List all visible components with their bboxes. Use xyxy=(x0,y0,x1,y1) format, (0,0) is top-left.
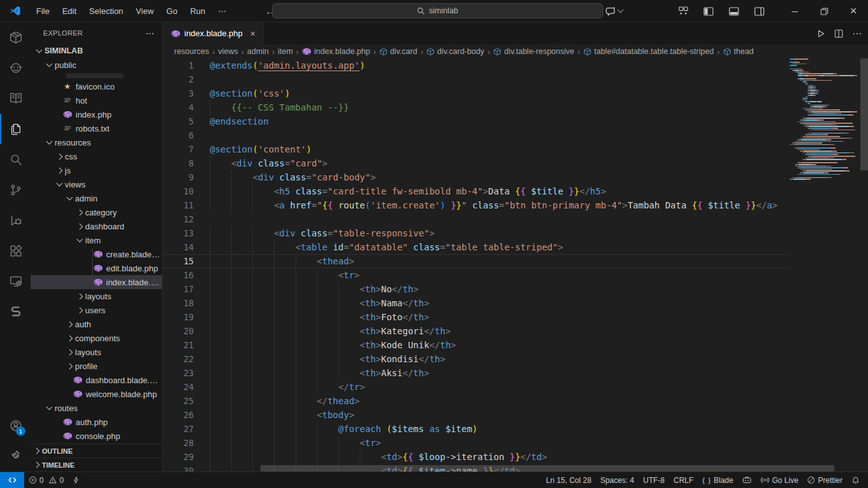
remote-explorer-icon[interactable] xyxy=(0,266,31,297)
vertical-scrollbar[interactable] xyxy=(860,58,868,471)
status-notifications[interactable] xyxy=(847,472,864,488)
tree-folder-public[interactable]: public xyxy=(31,58,162,72)
code-line-7[interactable]: 7@section('content') xyxy=(163,142,789,156)
code-line-5[interactable]: 5@endsection xyxy=(163,114,789,128)
tree-file-favicon-ico[interactable]: ★favicon.ico xyxy=(31,79,162,93)
tree-file-create-blade-php[interactable]: create.blade.php xyxy=(31,247,162,261)
code-line-27[interactable]: 27 @foreach ($items as $item) xyxy=(163,422,789,436)
code-line-26[interactable]: 26 <tbody> xyxy=(163,408,789,422)
run-and-debug-icon[interactable] xyxy=(0,205,31,236)
outline-section-header[interactable]: OUTLINE xyxy=(31,444,162,458)
tree-folder-siminlab[interactable]: SIMINLAB xyxy=(31,44,162,58)
line-number[interactable]: 15 xyxy=(163,256,194,266)
line-number[interactable]: 24 xyxy=(163,382,194,392)
status-cursor-position[interactable]: Ln 15, Col 28 xyxy=(541,472,595,488)
monkey-face-icon[interactable] xyxy=(0,53,31,83)
more-actions-icon[interactable]: ⋯ xyxy=(852,28,862,39)
run-file-icon[interactable] xyxy=(817,29,825,38)
package-icon[interactable] xyxy=(0,22,31,53)
tree-folder-resources[interactable]: resources xyxy=(31,135,162,149)
command-center-search[interactable]: siminlab xyxy=(272,3,603,18)
menu-run[interactable]: Run xyxy=(184,4,211,18)
menu-file[interactable]: File xyxy=(31,4,55,18)
code-line-25[interactable]: 25 </thead> xyxy=(163,394,789,408)
breadcrumb-item[interactable]: div.card xyxy=(379,47,417,56)
code-line-10[interactable]: 10 <h5 class="card-title fw-semibold mb-… xyxy=(163,184,789,198)
book-reader-icon[interactable] xyxy=(0,83,31,114)
problems-indicator[interactable]: 0 0 xyxy=(24,472,68,488)
tree-file-index-blade-php[interactable]: index.blade.php xyxy=(31,275,162,289)
zap-indicator[interactable] xyxy=(68,472,85,488)
breadcrumb-item[interactable]: views xyxy=(218,47,238,56)
settings-gear-icon[interactable] xyxy=(0,441,31,471)
customize-layout-icon[interactable] xyxy=(674,3,693,20)
minimize-button[interactable]: ─ xyxy=(780,0,810,22)
breadcrumb-item[interactable]: table#datatable.table.table-striped xyxy=(583,47,714,56)
code-line-12[interactable]: 12 xyxy=(163,212,789,226)
code-line-22[interactable]: 22 <th>Kondisi</th> xyxy=(163,352,789,366)
tree-folder-category[interactable]: category xyxy=(31,205,162,219)
tree-row-clipped[interactable] xyxy=(31,72,162,79)
code-line-17[interactable]: 17 <th>No</th> xyxy=(163,282,789,296)
line-number[interactable]: 14 xyxy=(163,242,194,252)
code-editor[interactable]: 1@extends('admin.layouts.app')23@section… xyxy=(163,58,868,471)
code-line-15[interactable]: 15 <thead> xyxy=(163,254,789,268)
line-number[interactable]: 11 xyxy=(163,200,194,210)
line-number[interactable]: 5 xyxy=(163,116,194,126)
menu-selection[interactable]: Selection xyxy=(83,4,128,18)
tree-file-console-php[interactable]: console.php xyxy=(31,429,162,443)
close-button[interactable]: × xyxy=(839,0,868,22)
code-line-4[interactable]: 4 {{-- CSS Tambahan --}} xyxy=(163,100,789,114)
tree-folder-css[interactable]: css xyxy=(31,149,162,163)
files-explorer-icon[interactable] xyxy=(0,114,31,144)
toggle-panel-icon[interactable] xyxy=(724,3,743,20)
tree-file-hot[interactable]: hot xyxy=(31,93,162,107)
tree-folder-js[interactable]: js xyxy=(31,163,162,177)
tree-folder-profile[interactable]: profile xyxy=(31,359,162,373)
line-number[interactable]: 19 xyxy=(163,312,194,322)
restore-button[interactable] xyxy=(810,0,839,22)
status-prettier[interactable]: Prettier xyxy=(803,472,847,488)
breadcrumb-item[interactable]: resources xyxy=(174,47,209,56)
line-number[interactable]: 9 xyxy=(163,172,194,182)
line-number[interactable]: 28 xyxy=(163,438,194,448)
line-number[interactable]: 4 xyxy=(163,102,194,112)
line-number[interactable]: 2 xyxy=(163,74,194,85)
code-line-28[interactable]: 28 <tr> xyxy=(163,436,789,450)
search-icon[interactable] xyxy=(0,144,31,175)
code-line-21[interactable]: 21 <th>Kode Unik</th> xyxy=(163,338,789,352)
line-number[interactable]: 27 xyxy=(163,424,194,434)
tree-file-index-php[interactable]: index.php xyxy=(31,107,162,121)
line-number[interactable]: 22 xyxy=(163,354,194,364)
line-number[interactable]: 29 xyxy=(163,452,194,462)
line-number[interactable]: 3 xyxy=(163,88,194,98)
tree-folder-admin[interactable]: admin xyxy=(31,191,162,205)
code-line-9[interactable]: 9 <div class="card-body"> xyxy=(163,170,789,184)
line-number[interactable]: 26 xyxy=(163,410,194,420)
line-number[interactable]: 17 xyxy=(163,284,194,294)
code-line-29[interactable]: 29 <td>{{ $loop->iteration }}</td> xyxy=(163,450,789,464)
tree-file-robots-txt[interactable]: robots.txt xyxy=(31,121,162,135)
status-eol[interactable]: CRLF xyxy=(669,472,698,488)
menu-[interactable]: ⋯ xyxy=(212,4,232,18)
status-indentation[interactable]: Spaces: 4 xyxy=(596,472,639,488)
line-number[interactable]: 25 xyxy=(163,396,194,406)
tree-file-edit-blade-php[interactable]: edit.blade.php xyxy=(31,261,162,275)
line-number[interactable]: 23 xyxy=(163,368,194,378)
code-line-24[interactable]: 24 </tr> xyxy=(163,380,789,394)
line-number[interactable]: 12 xyxy=(163,214,194,224)
status-encoding[interactable]: UTF-8 xyxy=(639,472,669,488)
toggle-primary-sidebar-icon[interactable] xyxy=(699,3,718,20)
line-number[interactable]: 20 xyxy=(163,326,194,336)
remote-indicator[interactable] xyxy=(0,472,24,488)
line-number[interactable]: 18 xyxy=(163,298,194,308)
code-line-11[interactable]: 11 <a href="{{ route('item.create') }}" … xyxy=(163,198,789,212)
tree-folder-layouts[interactable]: layouts xyxy=(31,289,162,303)
s-logo-icon[interactable] xyxy=(0,297,31,327)
code-line-1[interactable]: 1@extends('admin.layouts.app') xyxy=(163,58,789,72)
line-number[interactable]: 1 xyxy=(163,60,194,71)
breadcrumb-item[interactable]: div.table-responsive xyxy=(493,47,574,56)
vertical-scrollbar-thumb[interactable] xyxy=(860,58,868,170)
code-line-3[interactable]: 3@section('css') xyxy=(163,86,789,100)
horizontal-scrollbar-thumb[interactable] xyxy=(261,465,834,471)
